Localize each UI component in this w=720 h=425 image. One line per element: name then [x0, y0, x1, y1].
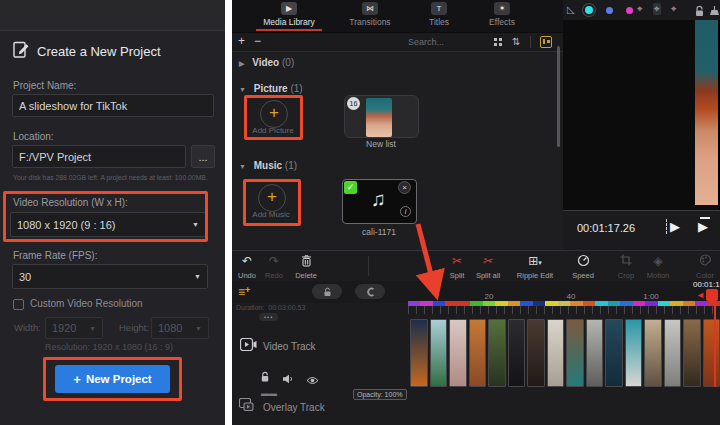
- frame-rate-dropdown[interactable]: 30 ▼: [12, 264, 208, 289]
- width-dropdown[interactable]: 1920 ▼: [45, 317, 103, 339]
- add-picture-label: Add Picture: [248, 126, 298, 135]
- height-label: Height:: [119, 322, 149, 333]
- lock-icon[interactable]: [694, 3, 705, 21]
- search-input[interactable]: Search...: [408, 37, 444, 47]
- check-badge-icon: ✓: [344, 181, 357, 194]
- chevron-down-icon: ▼: [239, 86, 246, 93]
- timeline-clip-thumbnail[interactable]: [410, 319, 428, 387]
- location-input[interactable]: F:/VPV Project: [12, 145, 186, 168]
- chevron-down-icon: ▼: [239, 163, 246, 170]
- timeline-clip-thumbnail[interactable]: [488, 319, 506, 387]
- play-all-button[interactable]: ▶: [698, 219, 708, 234]
- resolution-dropdown[interactable]: 1080 x 1920 (9 : 16) ▼: [10, 212, 206, 237]
- ruler-tick-label: 20: [485, 292, 494, 301]
- marker-dot-blue[interactable]: [606, 7, 613, 14]
- add-track-icon[interactable]: ≡+: [238, 285, 250, 299]
- remove-media-button[interactable]: −: [254, 34, 261, 48]
- grid-view-icon[interactable]: [494, 38, 497, 41]
- sort-icon[interactable]: ⇅: [512, 36, 520, 47]
- ruler-ticks[interactable]: [408, 306, 720, 314]
- section-music[interactable]: ▼ Music (1): [239, 160, 297, 171]
- picture-count-badge: 16: [347, 97, 360, 110]
- mute-speaker-icon[interactable]: [282, 370, 294, 388]
- trash-icon: [283, 254, 329, 269]
- tab-transitions[interactable]: ⋈ Transitions: [335, 2, 405, 27]
- playhead-line[interactable]: [714, 301, 716, 387]
- timeline-clip-thumbnail[interactable]: [625, 319, 643, 387]
- delete-button[interactable]: Delete: [283, 254, 329, 280]
- timeline-clip-thumbnail[interactable]: [430, 319, 448, 387]
- video-preview-area[interactable]: [563, 20, 720, 210]
- browse-button[interactable]: ...: [191, 145, 215, 168]
- timeline-clip-thumbnail[interactable]: [605, 319, 623, 387]
- play-button[interactable]: ▶: [666, 219, 680, 234]
- opacity-control[interactable]: Opacity: 100%: [353, 389, 407, 400]
- marker-dot-cyan[interactable]: [585, 6, 593, 14]
- tab-titles[interactable]: T Titles: [404, 2, 474, 27]
- frame-rate-label: Frame Rate (FPS):: [13, 250, 97, 261]
- snap-magnet-toggle[interactable]: [355, 284, 385, 299]
- position-tool-active-icon[interactable]: ⌖: [653, 3, 661, 15]
- lock-icon[interactable]: [260, 369, 270, 387]
- section-picture[interactable]: ▼ Picture (1): [239, 83, 303, 94]
- new-project-button[interactable]: + New Project: [55, 365, 170, 393]
- more-button[interactable]: •••: [259, 313, 278, 321]
- speed-gauge-icon: [560, 254, 606, 269]
- location-label: Location:: [13, 131, 54, 142]
- video-editor-app: Create a New Project Project Name: A sli…: [0, 0, 720, 425]
- music-item-caption: cali-1171: [354, 227, 404, 237]
- dialog-title: Create a New Project: [37, 44, 161, 59]
- timeline-clip-thumbnail[interactable]: [566, 319, 584, 387]
- playback-bar: 00:01:17.26 ▶ ▶: [563, 210, 720, 250]
- timeline-clip-thumbnail[interactable]: [644, 319, 662, 387]
- duration-text: Duration: 00:03:00.53: [236, 304, 305, 311]
- video-track-thumbnails: [410, 319, 720, 387]
- height-dropdown[interactable]: 1080 ▼: [151, 317, 209, 339]
- timeline-clip-thumbnail[interactable]: [703, 319, 720, 387]
- ripple-edit-button[interactable]: ⊞▾ Ripple Edit: [512, 254, 558, 280]
- info-icon[interactable]: i: [400, 206, 411, 217]
- tab-effects[interactable]: ✶ Effects: [467, 2, 537, 27]
- speed-button[interactable]: Speed: [560, 254, 606, 280]
- position-tool-alt-icon[interactable]: ⌖: [671, 3, 677, 15]
- timeline-clip-thumbnail[interactable]: [664, 319, 682, 387]
- timeline-clip-thumbnail[interactable]: [527, 319, 545, 387]
- timeline-clip-thumbnail[interactable]: [586, 319, 604, 387]
- music-note-icon: ♫: [371, 188, 386, 211]
- timeline-clip-thumbnail[interactable]: [683, 319, 701, 387]
- disk-space-note: Your disk has 288.02GB left. A project n…: [13, 174, 221, 181]
- chevron-down-icon: ▼: [89, 325, 96, 332]
- timeline-clip-thumbnail[interactable]: [449, 319, 467, 387]
- new-project-panel: Create a New Project Project Name: A sli…: [0, 0, 225, 425]
- split-all-button[interactable]: ✂ Split all: [465, 254, 511, 280]
- playhead-timecode: 00:01:17: [693, 280, 720, 289]
- marker-dot-magenta[interactable]: [626, 7, 633, 14]
- section-video[interactable]: ▶ Video (0): [239, 57, 294, 68]
- video-track-icon: [240, 337, 257, 355]
- brush-icon[interactable]: [709, 3, 720, 21]
- track-resize-handle[interactable]: ▬▬: [261, 389, 277, 398]
- close-icon[interactable]: ×: [398, 181, 411, 194]
- custom-resolution-checkbox[interactable]: [13, 299, 24, 310]
- timeline-clip-thumbnail[interactable]: [508, 319, 526, 387]
- picture-thumbnail: [366, 98, 392, 137]
- media-tab-bar: ▶ Media Library ⋈ Transitions T Titles ✶…: [232, 0, 563, 32]
- scissors-all-icon: ✂: [463, 254, 512, 269]
- timeline-clip-thumbnail[interactable]: [469, 319, 487, 387]
- add-media-button[interactable]: +: [238, 34, 245, 48]
- motion-button[interactable]: ◈ Motion: [635, 254, 681, 280]
- project-name-input[interactable]: A slideshow for TikTok: [12, 94, 214, 117]
- playhead-flag[interactable]: [706, 289, 718, 301]
- timeline-clip-thumbnail[interactable]: [547, 319, 565, 387]
- add-music-button[interactable]: +: [258, 184, 286, 212]
- panel-toggle-icon[interactable]: [540, 36, 552, 48]
- add-picture-button[interactable]: +: [260, 100, 288, 128]
- color-button[interactable]: Color: [682, 254, 720, 280]
- position-tool-icon[interactable]: ⌖: [637, 3, 643, 15]
- tab-media-library[interactable]: ▶ Media Library: [254, 2, 324, 27]
- skew-tool-icon[interactable]: ◺: [567, 4, 575, 15]
- track-lock-toggle[interactable]: [312, 284, 342, 299]
- color-palette-icon: [682, 254, 720, 269]
- visibility-eye-icon[interactable]: [306, 371, 319, 389]
- media-scrollbar[interactable]: [557, 46, 560, 147]
